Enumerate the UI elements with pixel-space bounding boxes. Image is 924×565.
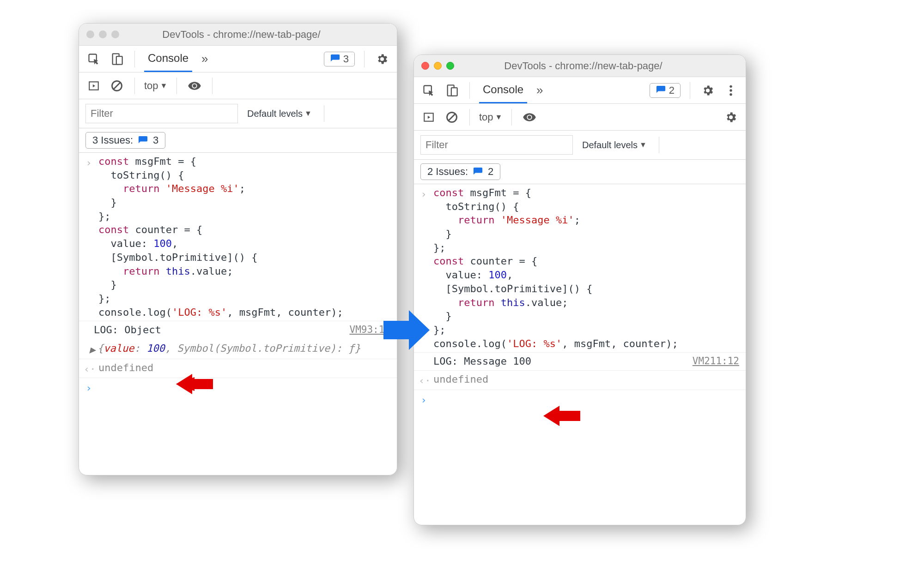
zoom-icon[interactable]	[446, 62, 454, 70]
tab-console[interactable]: Console	[479, 77, 527, 103]
return-arrow-icon: ‹·	[419, 374, 429, 388]
more-menu-icon[interactable]	[723, 82, 739, 99]
svg-rect-2	[116, 56, 122, 65]
live-expression-icon[interactable]	[521, 109, 538, 126]
transition-arrow-icon	[383, 309, 430, 353]
close-icon[interactable]	[421, 62, 429, 70]
log-level-selector[interactable]: Default levels ▼	[247, 108, 312, 119]
clear-console-icon[interactable]	[444, 109, 460, 126]
titlebar[interactable]: DevTools - chrome://new-tab-page/	[79, 24, 397, 46]
svg-point-11	[729, 93, 732, 95]
minimize-icon[interactable]	[434, 62, 442, 70]
tabs-toolbar: Console » 3	[79, 46, 397, 72]
devtools-window-after: DevTools - chrome://new-tab-page/ Consol…	[413, 54, 746, 525]
callout-arrow-icon	[176, 373, 213, 398]
sidebar-toggle-icon[interactable]	[420, 109, 437, 126]
window-title: DevTools - chrome://new-tab-page/	[459, 60, 708, 72]
devtools-window-before: DevTools - chrome://new-tab-page/ Consol…	[79, 23, 397, 475]
more-tabs-icon[interactable]: »	[534, 83, 546, 97]
filter-input[interactable]	[85, 104, 238, 123]
issues-pill[interactable]: 2	[650, 83, 681, 98]
issues-bar: 3 Issues: 3	[79, 128, 397, 153]
callout-arrow-icon	[543, 404, 580, 430]
console-input[interactable]: › const msgFmt = { toString() { return '…	[79, 153, 397, 321]
console-output[interactable]: LOG: Message 100 VM211:12	[414, 353, 746, 371]
more-tabs-icon[interactable]: »	[199, 52, 211, 66]
console-return: ‹· undefined	[79, 359, 397, 379]
settings-icon[interactable]	[374, 51, 390, 67]
log-text: LOG: Object	[94, 323, 161, 337]
expand-triangle-icon[interactable]: ▶	[87, 343, 97, 357]
device-toggle-icon[interactable]	[444, 82, 460, 99]
tab-console[interactable]: Console	[144, 46, 192, 72]
minimize-icon[interactable]	[99, 30, 107, 38]
context-selector[interactable]: top ▼	[479, 111, 502, 123]
issues-box[interactable]: 3 Issues: 3	[85, 132, 165, 149]
chevron-right-icon: ›	[419, 393, 429, 407]
svg-marker-15	[383, 310, 430, 350]
issues-count: 2	[669, 84, 675, 96]
log-text: LOG: Message 100	[433, 355, 531, 368]
svg-rect-8	[451, 88, 457, 96]
chevron-right-icon: ›	[84, 381, 94, 395]
settings-icon[interactable]	[723, 109, 739, 126]
svg-marker-14	[543, 406, 580, 426]
svg-point-9	[729, 85, 732, 87]
titlebar[interactable]: DevTools - chrome://new-tab-page/	[414, 55, 746, 77]
svg-point-10	[729, 89, 732, 91]
clear-console-icon[interactable]	[109, 78, 125, 94]
context-selector[interactable]: top ▼	[144, 80, 167, 92]
issues-count: 3	[343, 53, 349, 65]
filter-row: Default levels ▼	[414, 131, 746, 160]
sidebar-toggle-icon[interactable]	[85, 78, 102, 94]
context-toolbar: top ▼	[79, 72, 397, 99]
console-prompt[interactable]: ›	[79, 378, 397, 397]
zoom-icon[interactable]	[111, 30, 119, 38]
issues-bar: 2 Issues: 2	[414, 160, 746, 184]
settings-icon[interactable]	[699, 82, 716, 99]
traffic-lights[interactable]	[421, 62, 454, 70]
chevron-right-icon: ›	[84, 156, 94, 319]
tabs-toolbar: Console » 2	[414, 77, 746, 104]
code: const msgFmt = { toString() { return 'Me…	[98, 155, 390, 319]
traffic-lights[interactable]	[86, 30, 119, 38]
console-output[interactable]: LOG: Object VM93:12 ▶ {value: 100, Symbo…	[79, 321, 397, 359]
issues-box[interactable]: 2 Issues: 2	[420, 163, 500, 180]
issues-pill[interactable]: 3	[324, 52, 355, 66]
log-level-selector[interactable]: Default levels ▼	[582, 140, 647, 150]
console-input[interactable]: › const msgFmt = { toString() { return '…	[414, 184, 746, 353]
filter-row: Default levels ▼	[79, 99, 397, 128]
inspect-icon[interactable]	[85, 51, 102, 67]
inspect-icon[interactable]	[420, 82, 437, 99]
source-link[interactable]: VM211:12	[693, 355, 739, 367]
context-toolbar: top ▼	[414, 104, 746, 131]
device-toggle-icon[interactable]	[109, 51, 125, 67]
live-expression-icon[interactable]	[186, 78, 203, 94]
svg-marker-5	[176, 374, 213, 394]
return-arrow-icon: ‹·	[84, 362, 94, 376]
close-icon[interactable]	[86, 30, 94, 38]
code: const msgFmt = { toString() { return 'Me…	[433, 186, 739, 350]
console-return: ‹· undefined	[414, 371, 746, 390]
window-title: DevTools - chrome://new-tab-page/	[124, 29, 359, 41]
filter-input[interactable]	[420, 135, 573, 155]
